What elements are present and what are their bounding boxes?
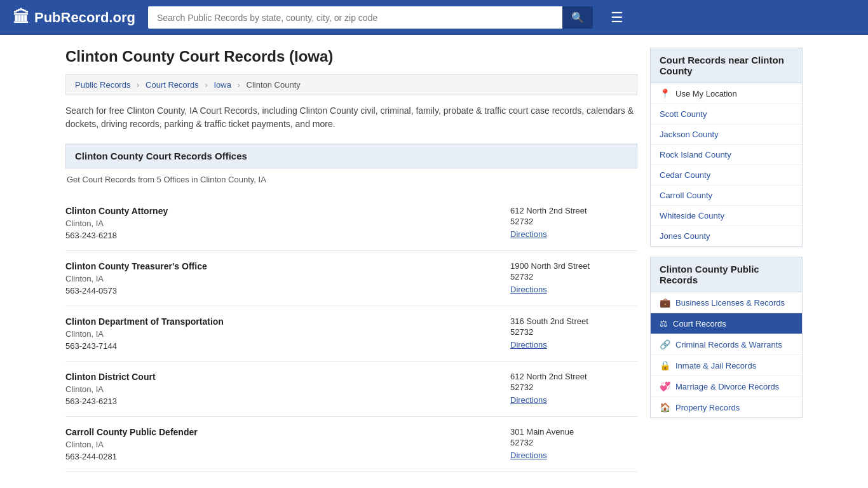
record-type-icon-0: 💼 [660,297,670,308]
record-type-label-1: Court Records [673,319,726,329]
record-type-icon-1: ⚖ [660,318,668,329]
breadcrumb-iowa[interactable]: Iowa [214,80,231,90]
office-right-3: 612 North 2nd Street 52732 Directions [510,372,637,405]
county-link-item[interactable]: Scott County [651,104,802,125]
page-description: Search for free Clinton County, IA Court… [65,104,637,131]
office-street-0: 612 North 2nd Street [510,206,637,215]
directions-link-0[interactable]: Directions [510,229,547,239]
office-entry: Clinton Department of Transportation Cli… [65,306,637,362]
office-zip-4: 52732 [510,438,637,447]
page-title: Clinton County Court Records (Iowa) [65,48,637,65]
office-city-4: Clinton, IA [65,440,198,449]
directions-link-2[interactable]: Directions [510,340,547,349]
office-right-4: 301 Main Avenue 52732 Directions [510,427,637,460]
record-type-icon-5: 🏠 [660,402,670,412]
location-icon: 📍 [660,88,670,98]
record-type-label-5: Property Records [675,403,740,412]
office-phone-3: 563-243-6213 [65,396,156,406]
office-street-4: 301 Main Avenue [510,427,637,437]
use-location-label: Use My Location [675,89,737,98]
public-records-links: 💼 Business Licenses & Records ⚖ Court Re… [651,292,802,417]
logo-text: PubRecord.org [34,10,135,26]
record-type-label-4: Marriage & Divorce Records [675,382,779,391]
office-directions-4[interactable]: Directions [510,450,637,460]
search-icon: 🔍 [571,12,584,23]
county-link-item[interactable]: Whiteside County [651,206,802,226]
record-type-label-3: Inmate & Jail Records [675,361,756,370]
office-right-1: 1900 North 3rd Street 52732 Directions [510,261,637,294]
county-link-item[interactable]: Rock Island County [651,145,802,165]
office-phone-2: 563-243-7144 [65,341,224,351]
office-phone-1: 563-244-0573 [65,286,207,295]
office-directions-1[interactable]: Directions [510,284,637,294]
record-type-icon-3: 🔒 [660,360,670,370]
public-records-header: Clinton County Public Records [650,257,803,292]
search-input[interactable] [148,6,562,29]
directions-link-3[interactable]: Directions [510,395,547,405]
breadcrumb-court-records[interactable]: Court Records [146,80,199,90]
office-city-1: Clinton, IA [65,274,207,283]
office-directions-3[interactable]: Directions [510,395,637,405]
office-directions-2[interactable]: Directions [510,339,637,349]
office-street-3: 612 North 2nd Street [510,372,637,381]
office-left-4: Carroll County Public Defender Clinton, … [65,427,198,461]
county-link-item[interactable]: Jackson County [651,125,802,145]
public-record-link-item[interactable]: ⚖ Court Records [651,313,802,334]
directions-link-4[interactable]: Directions [510,451,547,460]
sidebar: Court Records near Clinton County 📍 Use … [650,48,803,472]
office-entry: Clinton County Attorney Clinton, IA 563-… [65,196,637,251]
breadcrumb-sep-3: › [238,80,240,90]
site-logo[interactable]: 🏛 PubRecord.org [13,8,135,27]
get-records-info: Get Court Records from 5 Offices in Clin… [65,175,637,184]
office-zip-1: 52732 [510,272,637,281]
office-name-3: Clinton District Court [65,372,156,382]
use-location-item[interactable]: 📍 Use My Location [651,83,802,104]
record-type-icon-4: 💞 [660,381,670,391]
county-link-item[interactable]: Cedar County [651,165,802,186]
office-entry: Clinton District Court Clinton, IA 563-2… [65,362,637,417]
record-type-icon-2: 🔗 [660,339,670,349]
public-record-link-item[interactable]: 🔗 Criminal Records & Warrants [651,334,802,355]
search-button[interactable]: 🔍 [562,6,593,29]
breadcrumb-public-records[interactable]: Public Records [75,80,130,90]
county-link-item[interactable]: Jones County [651,226,802,246]
office-street-2: 316 South 2nd Street [510,316,637,326]
county-link-item[interactable]: Carroll County [651,186,802,206]
office-name-0: Clinton County Attorney [65,206,168,216]
office-right-2: 316 South 2nd Street 52732 Directions [510,316,637,349]
logo-icon: 🏛 [13,8,29,27]
offices-section-header: Clinton County Court Records Offices [65,144,637,168]
nearby-list: 📍 Use My Location Scott CountyJackson Co… [650,83,803,247]
office-city-2: Clinton, IA [65,329,224,339]
office-right-0: 612 North 2nd Street 52732 Directions [510,206,637,239]
search-wrapper: 🔍 [148,6,593,29]
content-area: Clinton County Court Records (Iowa) Publ… [65,48,637,472]
main-container: Clinton County Court Records (Iowa) Publ… [53,35,815,485]
office-name-4: Carroll County Public Defender [65,427,198,437]
office-city-0: Clinton, IA [65,219,168,228]
public-record-link-item[interactable]: 🔒 Inmate & Jail Records [651,355,802,376]
office-entry: Carroll County Public Defender Clinton, … [65,417,637,472]
public-records-list: 💼 Business Licenses & Records ⚖ Court Re… [650,292,803,418]
record-type-label-0: Business Licenses & Records [675,298,785,308]
offices-list: Clinton County Attorney Clinton, IA 563-… [65,196,637,472]
office-name-2: Clinton Department of Transportation [65,316,224,327]
menu-icon: ☰ [611,10,623,25]
directions-link-1[interactable]: Directions [510,285,547,294]
office-left-2: Clinton Department of Transportation Cli… [65,316,224,351]
office-left-1: Clinton County Treasurer's Office Clinto… [65,261,207,295]
office-phone-4: 563-244-0281 [65,452,198,461]
record-type-label-2: Criminal Records & Warrants [675,340,782,349]
office-left-0: Clinton County Attorney Clinton, IA 563-… [65,206,168,240]
public-record-link-item[interactable]: 💼 Business Licenses & Records [651,292,802,313]
menu-button[interactable]: ☰ [606,7,628,29]
breadcrumb-sep-2: › [205,80,207,90]
office-directions-0[interactable]: Directions [510,229,637,239]
breadcrumb: Public Records › Court Records › Iowa › … [65,74,637,95]
public-record-link-item[interactable]: 🏠 Property Records [651,397,802,417]
office-phone-0: 563-243-6218 [65,231,168,240]
public-record-link-item[interactable]: 💞 Marriage & Divorce Records [651,376,802,397]
office-entry: Clinton County Treasurer's Office Clinto… [65,251,637,306]
office-left-3: Clinton District Court Clinton, IA 563-2… [65,372,156,406]
nearby-header: Court Records near Clinton County [650,48,803,83]
